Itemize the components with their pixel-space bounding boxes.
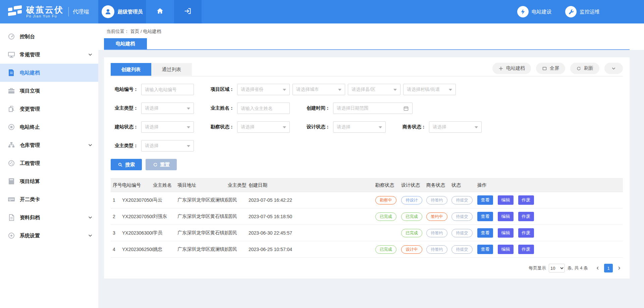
cell-owner-name: 姚忠 <box>153 241 177 258</box>
breadcrumb-home-link[interactable]: 首页 <box>130 29 139 34</box>
caret-down-icon <box>187 108 190 111</box>
pagination: 每页显示 10 条, 共 4 条 1 <box>111 264 623 272</box>
business-status-select[interactable]: 请选择 <box>429 121 482 133</box>
status-badge: 待提交 <box>451 212 473 221</box>
sidebar-item-label: 资料归档 <box>20 214 40 221</box>
cell-index: 2 <box>111 208 122 225</box>
edit-button[interactable]: 编辑 <box>498 195 514 205</box>
build-status-select[interactable]: 请选择 <box>141 121 194 133</box>
village-select[interactable]: 请选择村镇/街道 <box>403 84 456 95</box>
sidebar-item-general-mgmt[interactable]: 常规管理 <box>0 46 98 64</box>
sidebar-item-warehouse-mgmt[interactable]: 仓库管理 <box>0 136 98 154</box>
page-number-current[interactable]: 1 <box>604 264 613 272</box>
filter-row-3: 建站状态： 请选择 勘察状态： 请选择 设计 <box>111 121 623 133</box>
breadcrumb-area: 当前位置： 首页 / 电站建档 电站建档 <box>98 23 644 50</box>
total-count: 共 4 条 <box>575 265 588 271</box>
chevron-down-icon <box>88 215 93 220</box>
sidebar-item-station-termination[interactable]: 电站终止 <box>0 118 98 136</box>
view-button[interactable]: 查看 <box>477 228 493 238</box>
sidebar-item-console[interactable]: 控制台 <box>0 27 98 46</box>
cell-created: 2023-06-25 10:57:04 <box>249 241 375 258</box>
sidebar-item-data-archiving[interactable]: 资料归档 <box>0 208 98 227</box>
business-status-badge: 签约中 <box>426 212 447 221</box>
main-content: 当前位置： 首页 / 电站建档 电站建档 创建列表 通过列表 <box>98 23 644 308</box>
date-range-picker[interactable]: 请选择日期范围 <box>333 103 413 114</box>
sidebar-item-project-initiation[interactable]: 项目立项 <box>0 82 98 100</box>
per-page-select[interactable]: 10 <box>549 264 565 272</box>
nav-monitor-ops[interactable]: 监控运维 <box>565 6 600 17</box>
void-button[interactable]: 作废 <box>518 245 534 254</box>
logout-button[interactable] <box>174 0 202 23</box>
col-status: 状态 <box>451 179 477 192</box>
void-button[interactable]: 作废 <box>518 212 534 221</box>
village-select-placeholder: 请选择村镇/街道 <box>407 86 440 93</box>
col-created: 创建日期 <box>249 179 375 192</box>
owner-type-2-select[interactable]: 请选择 <box>141 140 194 151</box>
filter-row-2: 业主类型： 请选择 业主姓名： 创建时间： <box>111 103 623 114</box>
view-button[interactable]: 查看 <box>477 212 493 221</box>
cell-owner-type: 居民 <box>228 208 249 225</box>
owner-name-input[interactable] <box>241 106 286 111</box>
cell-actions: 查看 编辑 作废 <box>477 192 623 208</box>
refresh-button[interactable]: 刷新 <box>570 63 599 74</box>
sidebar-item-engineering-mgmt[interactable]: 工程管理 <box>0 154 98 172</box>
collapse-toolbar-button[interactable] <box>604 63 623 74</box>
business-status-badge: 待签约 <box>426 229 447 237</box>
topbar-right-nav: 电站建设 监控运维 <box>517 0 644 23</box>
sidebar-item-project-settlement[interactable]: 项目结算 <box>0 172 98 190</box>
user-avatar <box>102 5 114 18</box>
col-index: 序号 <box>111 179 122 192</box>
sidebar-item-class2-card[interactable]: 开二类卡 <box>0 190 98 208</box>
survey-status-select[interactable]: 请选择 <box>237 121 290 133</box>
filter-label: 电站编号： <box>111 86 138 93</box>
cell-station-code: YX2023070500010 <box>122 208 153 225</box>
tab-passed-list[interactable]: 通过列表 <box>151 63 192 76</box>
city-select[interactable]: 请选择城市 <box>292 84 345 95</box>
design-status-badge: 待设计 <box>401 196 422 204</box>
owner-type-select[interactable]: 请选择 <box>141 103 194 114</box>
sidebar-item-change-mgmt[interactable]: 变更管理 <box>0 100 98 118</box>
cell-station-code: YX2023063000009 <box>122 225 153 241</box>
plus-icon <box>498 66 503 71</box>
fullscreen-button[interactable]: 全屏 <box>536 63 565 74</box>
province-select[interactable]: 请选择省份 <box>237 84 290 95</box>
date-range-placeholder: 请选择日期范围 <box>337 105 369 111</box>
user-name: 超级管理员 <box>118 9 143 15</box>
table-header-row: 序号 电站编号 业主姓名 项目地址 业主类型 创建日期 勘察状态 设计状态 商务… <box>111 179 623 192</box>
add-station-button[interactable]: 电站建档 <box>492 63 531 74</box>
edit-button[interactable]: 编辑 <box>498 212 514 221</box>
user-block[interactable]: 超级管理员 <box>98 0 146 23</box>
divider <box>68 7 69 16</box>
search-button[interactable]: 搜索 <box>111 159 142 170</box>
sidebar-item-label: 控制台 <box>20 34 35 40</box>
view-button[interactable]: 查看 <box>477 245 493 254</box>
county-select[interactable]: 请选择县/区 <box>348 84 400 95</box>
prev-page-button[interactable] <box>594 264 601 272</box>
page-tab-station-archive[interactable]: 电站建档 <box>104 38 147 49</box>
station-code-input[interactable] <box>145 87 190 92</box>
owner-type-2-placeholder: 请选择 <box>145 143 159 149</box>
design-status-select[interactable]: 请选择 <box>333 121 386 133</box>
cell-actions: 查看 编辑 作废 <box>477 225 623 241</box>
cell-owner-name: 学员 <box>153 225 177 241</box>
nav-station-build[interactable]: 电站建设 <box>517 6 552 17</box>
wrench-icon <box>565 6 577 17</box>
edit-button[interactable]: 编辑 <box>498 228 514 238</box>
nav-station-build-label: 电站建设 <box>532 9 552 15</box>
cell-created: 2023-06-30 22:45:57 <box>249 225 375 241</box>
breadcrumb-prefix: 当前位置： <box>106 29 129 34</box>
void-button[interactable]: 作废 <box>518 228 534 238</box>
next-page-button[interactable] <box>615 264 623 272</box>
edit-button[interactable]: 编辑 <box>498 245 514 254</box>
view-button[interactable]: 查看 <box>477 195 493 205</box>
sidebar-item-label: 常规管理 <box>20 52 40 58</box>
sidebar-item-system-settings[interactable]: 系统设置 <box>0 227 98 245</box>
reset-button[interactable]: 重置 <box>146 159 177 170</box>
sidebar-item-station-archive[interactable]: 电站建档 <box>0 64 98 82</box>
province-select-placeholder: 请选择省份 <box>241 86 264 93</box>
document-icon <box>7 69 15 77</box>
home-button[interactable] <box>146 0 174 23</box>
caret-down-icon <box>338 89 341 93</box>
void-button[interactable]: 作废 <box>518 195 534 205</box>
tab-create-list[interactable]: 创建列表 <box>111 63 151 76</box>
